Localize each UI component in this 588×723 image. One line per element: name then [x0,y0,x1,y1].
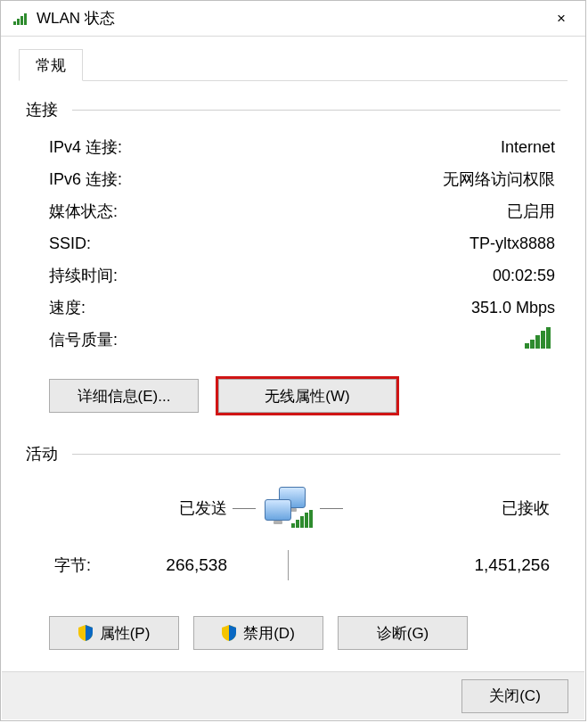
tab-strip: 常规 [19,49,568,81]
tab-page-general: 连接 IPv4 连接: Internet IPv6 连接: 无网络访问权限 媒体… [19,81,568,673]
section-activity-head: 活动 [26,443,560,464]
signal-label: 信号质量: [49,327,118,359]
section-connection-head: 连接 [26,99,560,120]
wlan-status-window: WLAN 状态 × 常规 连接 IPv4 连接: Internet IPv6 连… [0,0,586,721]
wireless-properties-button[interactable]: 无线属性(W) [218,379,396,413]
row-ssid: SSID: TP-yltx8888 [26,227,560,259]
received-label: 已接收 [348,497,555,519]
duration-label: 持续时间: [49,263,118,288]
diagnose-button[interactable]: 诊断(G) [338,616,468,650]
ssid-label: SSID: [49,231,91,256]
disable-label: 禁用(D) [243,623,295,644]
speed-label: 速度: [49,295,86,320]
wireless-properties-label: 无线属性(W) [265,386,349,407]
disable-button[interactable]: 禁用(D) [193,616,323,650]
window-title: WLAN 状态 [37,8,115,29]
bytes-received-value: 1,451,256 [348,555,555,575]
ipv6-label: IPv6 连接: [49,167,122,192]
connection-buttons: 详细信息(E)... 无线属性(W) [26,363,560,413]
ssid-value: TP-yltx8888 [91,231,560,256]
dialog-footer: 关闭(C) [2,671,584,719]
media-label: 媒体状态: [49,199,118,224]
tab-general[interactable]: 常规 [19,49,83,81]
row-ipv4: IPv4 连接: Internet [26,131,560,163]
signal-value [118,327,560,359]
bytes-sent-value: 266,538 [120,555,227,575]
activity-buttons: 属性(P) 禁用(D) 诊断(G) [26,580,560,650]
close-button[interactable]: 关闭(C) [461,679,568,713]
activity-bytes-row: 字节: 266,538 1,451,256 [26,541,560,580]
section-activity-label: 活动 [26,443,58,464]
row-duration: 持续时间: 00:02:59 [26,259,560,292]
section-connection-label: 连接 [26,99,58,120]
section-activity: 活动 已发送 已接收 [26,443,560,650]
wifi-signal-icon [13,12,29,25]
row-media: 媒体状态: 已启用 [26,195,560,227]
close-icon: × [557,10,566,28]
sent-label: 已发送 [31,497,227,519]
ipv4-label: IPv4 连接: [49,135,122,160]
content-area: 常规 连接 IPv4 连接: Internet IPv6 连接: 无网络访问权限… [1,37,585,673]
properties-label: 属性(P) [100,623,151,644]
shield-icon [78,625,93,641]
properties-button[interactable]: 属性(P) [49,616,179,650]
ipv6-value: 无网络访问权限 [122,167,560,192]
ipv4-value: Internet [122,135,560,160]
activity-header-row: 已发送 已接收 [26,475,560,532]
details-button-label: 详细信息(E)... [78,386,171,407]
media-value: 已启用 [118,199,560,224]
network-activity-icon [261,487,314,530]
bytes-label: 字节: [31,555,120,576]
tab-general-label: 常规 [36,55,66,76]
row-speed: 速度: 351.0 Mbps [26,292,560,324]
duration-value: 00:02:59 [118,263,560,288]
diagnose-label: 诊断(G) [377,623,429,644]
close-button-label: 关闭(C) [489,686,541,706]
speed-value: 351.0 Mbps [86,295,560,320]
shield-icon [222,625,236,641]
divider-icon [288,550,289,580]
details-button[interactable]: 详细信息(E)... [49,379,199,413]
window-close-button[interactable]: × [541,1,582,36]
signal-quality-icon [525,327,555,349]
row-signal: 信号质量: [26,324,560,363]
titlebar: WLAN 状态 × [1,1,585,37]
row-ipv6: IPv6 连接: 无网络访问权限 [26,163,560,195]
